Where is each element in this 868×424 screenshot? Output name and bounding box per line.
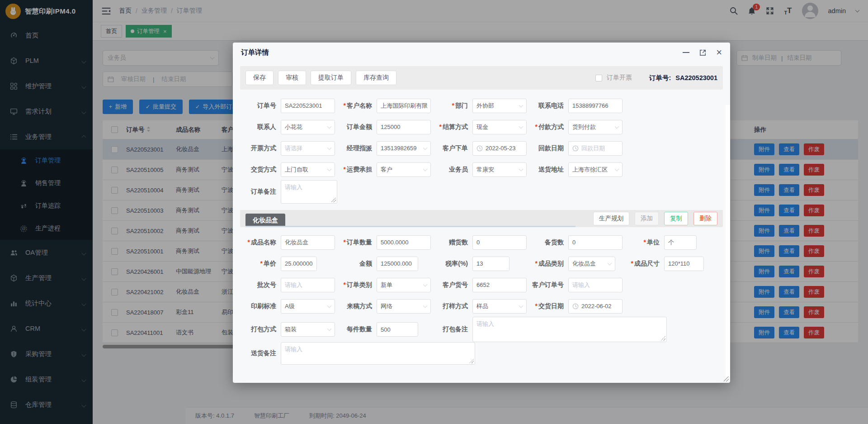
add-product-button[interactable]: 添加 [635, 212, 659, 225]
customer-order-no-input[interactable]: 请输入 [568, 278, 623, 292]
order-qty-input[interactable]: 5000.0000 [377, 235, 431, 250]
delivery-remark-textarea[interactable]: 请输入 [281, 342, 475, 365]
customer-name-input[interactable]: 上海国际印刷有限 [377, 99, 431, 113]
close-icon[interactable]: × [716, 49, 722, 56]
label-text: 交货方式 [251, 166, 276, 173]
field-label-invoice-method: 开票方式 [240, 144, 281, 152]
stock-query-button[interactable]: 库存查询 [356, 71, 396, 85]
order-detail-modal: 订单详情 × 保存审核提取订单库存查询 订单开票 订单号: SA22052300… [233, 43, 730, 383]
label-text: 每件数量 [347, 325, 372, 333]
field-label-per-pack-qty: 每件数量 [336, 325, 377, 333]
product-category-select[interactable]: 化妆品盒 [568, 257, 615, 271]
delivery-date-date-picker[interactable]: 2022-06-02 [568, 299, 623, 314]
label-text: 客户名称 [347, 102, 372, 109]
required-asterisk: * [344, 166, 346, 173]
department-select[interactable]: 外协部 [472, 99, 527, 113]
contact-person-select[interactable]: 小花花 [281, 120, 335, 134]
field-label-amount: 金额 [336, 260, 377, 268]
label-text: 经理指派 [347, 144, 372, 152]
product-name-input[interactable]: 化妆品盒 [281, 235, 335, 250]
reserve-qty-input[interactable]: 0 [568, 235, 623, 250]
contact-phone-input[interactable]: 15388997766 [568, 99, 623, 113]
audit-button[interactable]: 审核 [278, 71, 306, 85]
per-pack-qty-input[interactable]: 500 [377, 322, 418, 337]
textarea-resize-grip[interactable] [469, 359, 474, 363]
collection-date-date-picker[interactable]: 回款日期 [568, 141, 623, 156]
chevron-down-icon [327, 327, 332, 331]
field-label-product-name: *成品名称 [240, 238, 281, 247]
field-value: 13513982659 [381, 145, 417, 152]
unit-price-input[interactable]: 25.000000 [281, 257, 317, 271]
minimize-icon[interactable] [683, 52, 689, 53]
field-value: 2022-05-23 [486, 145, 516, 152]
field-value: 500 [381, 326, 391, 333]
payment-method-select[interactable]: 货到付款 [568, 120, 623, 134]
modal-resize-grip[interactable] [724, 376, 729, 381]
order-no-label: 订单号: [649, 74, 671, 82]
unit-input[interactable]: 个 [664, 235, 697, 250]
batch-no-input[interactable]: 请输入 [281, 278, 335, 292]
field-value: 回款日期 [581, 144, 605, 152]
field-label-order-remark: 订单备注 [240, 188, 281, 196]
gift-qty-input[interactable]: 0 [472, 235, 527, 250]
field-value: 请选择 [285, 144, 302, 152]
field-value: 个 [668, 238, 674, 247]
extract-order-button[interactable]: 提取订单 [311, 71, 351, 85]
save-button[interactable]: 保存 [245, 71, 274, 85]
clock-icon [572, 145, 579, 152]
form-row: 交货方式上门自取*运费承担客户业务员常康安送货地址上海市徐汇区 [240, 159, 723, 180]
order-category-select[interactable]: 新单 [377, 278, 431, 292]
draft-method-select[interactable]: 网络 [377, 299, 431, 314]
product-tab[interactable]: 化妆品盒 [245, 214, 285, 227]
chevron-down-icon [519, 103, 524, 107]
field-label-reserve-qty: 备货数 [528, 238, 568, 247]
pack-method-select[interactable]: 箱装 [281, 322, 335, 337]
required-asterisk: * [535, 260, 538, 267]
field-value: 125000.000 [381, 260, 412, 267]
tax-rate-input[interactable]: 13 [472, 257, 509, 271]
field-value: 样品 [476, 302, 488, 310]
label-text: 订单金额 [347, 123, 372, 130]
maximize-icon[interactable] [699, 49, 706, 56]
field-label-delivery-date: *交货日期 [528, 302, 568, 310]
field-value: 小花花 [285, 123, 302, 131]
pack-remark-textarea[interactable]: 请输入 [472, 317, 667, 342]
freight-bearer-select[interactable]: 客户 [377, 162, 431, 177]
textarea-resize-grip[interactable] [331, 198, 336, 202]
field-value: SA220523001 [285, 102, 322, 109]
label-text: 结算方式 [443, 123, 468, 130]
label-text: 客户下单 [443, 144, 468, 152]
invoice-method-select[interactable]: 请选择 [281, 141, 335, 156]
print-standard-select[interactable]: A级 [281, 299, 335, 314]
delete-product-button[interactable]: 删除 [693, 212, 717, 225]
field-value: 新单 [381, 281, 392, 289]
label-text: 印刷标准 [251, 302, 276, 310]
field-label-delivery-method: 交货方式 [240, 166, 281, 174]
production-plan-button[interactable]: 生产规划 [593, 212, 629, 225]
order-invoice-checkbox[interactable] [595, 75, 602, 81]
order-amount-input[interactable]: 125000 [377, 120, 431, 134]
salesman-select[interactable]: 常康安 [472, 162, 527, 177]
textarea-resize-grip[interactable] [661, 336, 665, 341]
delivery-address-select[interactable]: 上海市徐汇区 [568, 162, 623, 177]
proof-method-select[interactable]: 样品 [472, 299, 527, 314]
field-label-draft-method: 来稿方式 [336, 302, 377, 310]
field-value: 上海市徐汇区 [572, 166, 608, 174]
manager-assign-select[interactable]: 13513982659 [377, 141, 431, 156]
amount-input[interactable]: 125000.000 [377, 257, 418, 271]
customer-item-no-input[interactable]: 6652 [472, 278, 527, 292]
delivery-method-select[interactable]: 上门自取 [281, 162, 335, 177]
field-label-delivery-address: 送货地址 [528, 166, 568, 174]
settlement-method-select[interactable]: 现金 [472, 120, 527, 134]
label-text: 金额 [359, 260, 372, 267]
label-text: 单位 [647, 238, 660, 246]
modal-scrollbar-track[interactable] [726, 105, 730, 380]
order-remark-textarea[interactable]: 请输入 [281, 180, 337, 204]
order-no-input[interactable]: SA220523001 [281, 99, 335, 113]
copy-product-button[interactable]: 复制 [664, 212, 688, 225]
clock-icon [572, 303, 579, 310]
customer-order-date-date-picker[interactable]: 2022-05-23 [472, 141, 527, 156]
field-label-collection-date: 回款日期 [528, 144, 568, 152]
label-text: 成品尺寸 [634, 260, 660, 267]
product-size-input[interactable]: 120*110 [664, 257, 704, 271]
